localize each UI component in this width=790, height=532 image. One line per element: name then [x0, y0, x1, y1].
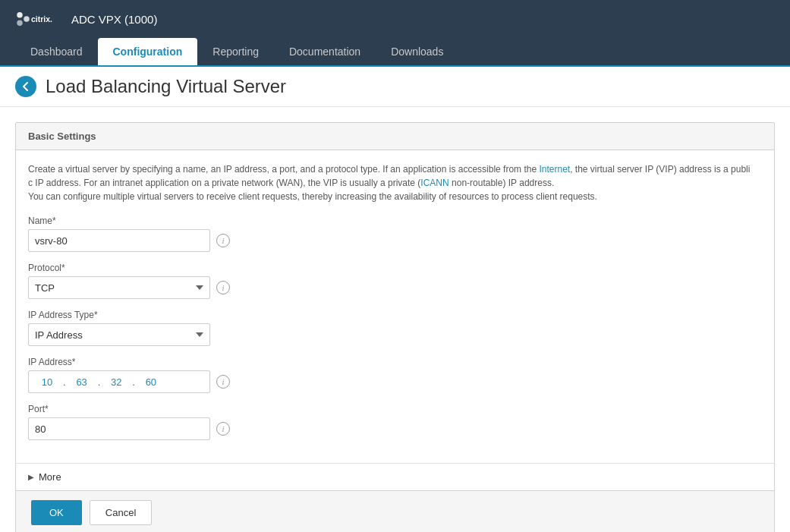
app-title: ADC VPX (1000): [71, 13, 157, 26]
svg-point-1: [17, 20, 23, 27]
protocol-select[interactable]: TCP HTTP HTTPS SSL UDP DNS FTP: [28, 276, 210, 299]
ok-button[interactable]: OK: [31, 500, 82, 525]
port-input-row: i: [28, 417, 762, 440]
protocol-input-row: TCP HTTP HTTPS SSL UDP DNS FTP i: [28, 276, 762, 299]
tab-configuration[interactable]: Configuration: [98, 38, 198, 65]
protocol-info-icon[interactable]: i: [216, 281, 230, 294]
ip-address-type-field-group: IP Address Type* IP Address Non Addressa…: [28, 310, 762, 346]
more-label: More: [39, 471, 61, 483]
panel-body: Create a virtual server by specifying a …: [16, 150, 774, 463]
port-input[interactable]: [28, 417, 210, 440]
name-input-row: i: [28, 229, 762, 252]
more-chevron-icon: ▶: [28, 473, 34, 481]
ip-address-field: . . .: [28, 370, 210, 393]
page-title-bar: Load Balancing Virtual Server: [0, 67, 790, 107]
app-header: citrix. ADC VPX (1000): [0, 0, 790, 38]
more-section[interactable]: ▶ More: [16, 463, 774, 490]
footer-buttons: OK Cancel: [16, 490, 774, 532]
page-content: Load Balancing Virtual Server Basic Sett…: [0, 67, 790, 532]
tab-reporting[interactable]: Reporting: [197, 38, 274, 65]
port-label: Port*: [28, 404, 762, 414]
description-text: Create a virtual server by specifying a …: [28, 162, 762, 203]
port-info-icon[interactable]: i: [216, 422, 230, 436]
cancel-button[interactable]: Cancel: [90, 500, 152, 525]
citrix-logo-icon: citrix.: [15, 8, 61, 30]
svg-text:citrix.: citrix.: [31, 14, 52, 24]
navigation: Dashboard Configuration Reporting Docume…: [0, 38, 790, 67]
svg-point-0: [17, 12, 23, 18]
ip-address-label: IP Address*: [28, 357, 762, 367]
name-info-icon[interactable]: i: [216, 234, 230, 247]
ip-octet-3[interactable]: [101, 376, 131, 388]
ip-octet-2[interactable]: [67, 376, 97, 388]
tab-documentation[interactable]: Documentation: [274, 38, 376, 65]
name-input[interactable]: [28, 229, 210, 252]
ip-address-input-row: . . . i: [28, 370, 762, 393]
back-button[interactable]: [15, 76, 36, 97]
panel-header: Basic Settings: [16, 123, 774, 150]
ip-address-field-group: IP Address* . . . i: [28, 357, 762, 393]
app-logo: citrix. ADC VPX (1000): [15, 8, 157, 30]
page-title: Load Balancing Virtual Server: [46, 76, 286, 97]
ip-address-type-input-row: IP Address Non Addressable IPv6: [28, 323, 762, 346]
protocol-field-group: Protocol* TCP HTTP HTTPS SSL UDP DNS FTP…: [28, 263, 762, 299]
ip-octet-4[interactable]: [136, 376, 166, 388]
tab-dashboard[interactable]: Dashboard: [15, 38, 98, 65]
ip-octet-1[interactable]: [32, 376, 62, 388]
ip-address-type-select[interactable]: IP Address Non Addressable IPv6: [28, 323, 210, 346]
basic-settings-panel: Basic Settings Create a virtual server b…: [15, 122, 775, 532]
protocol-label: Protocol*: [28, 263, 762, 273]
name-label: Name*: [28, 216, 762, 226]
svg-point-2: [24, 16, 30, 22]
ip-address-type-label: IP Address Type*: [28, 310, 762, 320]
ip-address-info-icon[interactable]: i: [216, 375, 230, 389]
tab-downloads[interactable]: Downloads: [376, 38, 458, 65]
name-field-group: Name* i: [28, 216, 762, 252]
port-field-group: Port* i: [28, 404, 762, 440]
